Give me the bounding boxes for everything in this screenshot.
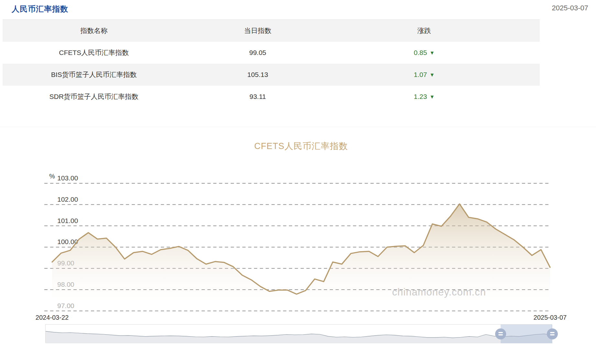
navigator-right-handle[interactable] [547, 328, 558, 339]
index-value: 105.13 [185, 71, 330, 79]
down-triangle-icon: ▼ [430, 72, 435, 78]
table-row: CFETS人民币汇率指数 99.05 0.85▼ [3, 42, 540, 64]
section-divider [0, 127, 596, 127]
chart-title: CFETS人民币汇率指数 [52, 140, 550, 152]
y-axis-label: 102.00 [57, 196, 78, 203]
x-axis-start-label: 2024-03-22 [36, 314, 69, 321]
watermark: chinamoney.com.cn [392, 286, 486, 298]
y-axis-label: 101.00 [57, 217, 78, 224]
column-header-change: 涨跌 [330, 26, 518, 35]
index-name: BIS货币篮子人民币汇率指数 [3, 70, 185, 79]
y-axis-unit-label: % [49, 173, 55, 180]
index-table: 指数名称 当日指数 涨跌 CFETS人民币汇率指数 99.05 0.85▼ BI… [3, 19, 540, 108]
navigator-left-handle[interactable] [495, 328, 506, 339]
index-value: 93.11 [185, 93, 330, 101]
x-axis-end-label: 2025-03-07 [534, 314, 567, 321]
y-axis-label: 103.00 [57, 174, 78, 182]
navigator-selection[interactable] [501, 325, 552, 343]
down-triangle-icon: ▼ [430, 94, 435, 100]
down-triangle-icon: ▼ [430, 50, 435, 56]
range-navigator[interactable] [45, 324, 552, 343]
cfets-index-chart[interactable]: % 103.00102.00101.00100.0099.0098.0097.0… [0, 168, 596, 327]
change-value: 1.23 [414, 93, 427, 100]
index-name: CFETS人民币汇率指数 [3, 48, 185, 57]
page-title: 人民币汇率指数 [12, 4, 68, 14]
change-value: 1.07 [414, 71, 427, 78]
table-row: BIS货币篮子人民币汇率指数 105.13 1.07▼ [3, 64, 540, 86]
index-change: 1.07▼ [330, 71, 518, 79]
column-header-name: 指数名称 [3, 26, 185, 35]
change-value: 0.85 [414, 49, 427, 56]
date-label: 2025-03-07 [552, 4, 588, 12]
column-header-value: 当日指数 [185, 26, 330, 35]
index-name: SDR货币篮子人民币汇率指数 [3, 92, 185, 101]
index-change: 1.23▼ [330, 93, 518, 101]
page-header: 人民币汇率指数 2025-03-07 [0, 0, 596, 18]
index-change: 0.85▼ [330, 49, 518, 57]
navigator-area [46, 331, 552, 343]
index-value: 99.05 [185, 49, 330, 57]
table-row: SDR货币篮子人民币汇率指数 93.11 1.23▼ [3, 86, 540, 108]
table-header-row: 指数名称 当日指数 涨跌 [3, 20, 540, 42]
